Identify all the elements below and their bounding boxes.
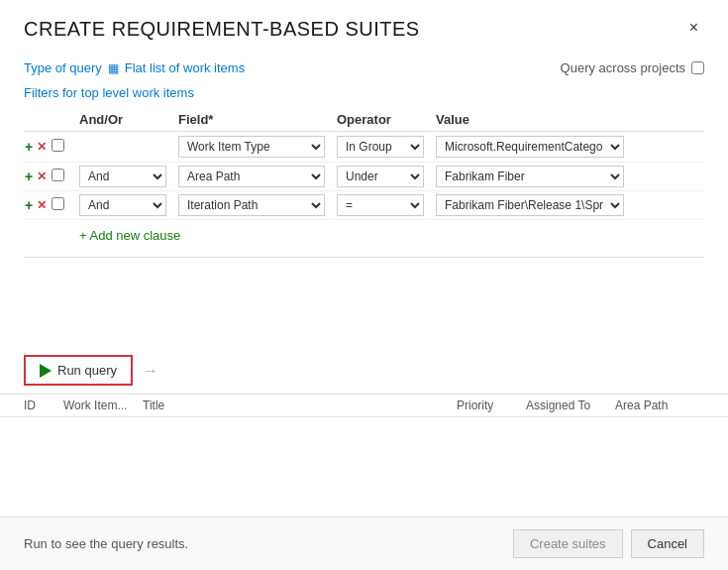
header-andor: And/Or [79,112,178,127]
results-header: ID Work Item... Title Priority Assigned … [0,394,728,417]
query-type-value[interactable]: Flat list of work items [125,60,245,75]
row2-value-cell: Fabrikam Fiber [436,166,634,187]
dialog-footer: Run to see the query results. Create sui… [0,516,728,570]
add-row-button[interactable]: + [24,170,34,183]
run-query-button[interactable]: Run query [24,355,133,386]
row1-operator-select[interactable]: In Group [337,136,424,158]
row-actions: + ✕ [24,140,52,154]
row1-value-cell: Microsoft.RequirementCategory [436,136,634,158]
row1-andor-empty [79,135,178,159]
add-row-button[interactable]: + [24,140,34,154]
row-checkbox[interactable] [52,169,64,181]
row-checkbox-cell [52,169,79,184]
add-clause-button[interactable]: + Add new clause [24,220,704,243]
col-title: Title [143,399,457,412]
table-header: And/Or Field* Operator Value [24,108,704,132]
footer-message: Run to see the query results. [24,536,188,551]
play-icon [40,364,52,378]
row3-andor-select[interactable]: And Or [79,194,166,216]
delete-row-button[interactable]: ✕ [36,199,48,211]
row2-field-select[interactable]: Area Path [178,166,325,187]
row3-field-cell: Iteration Path [178,194,337,216]
row2-operator-cell: Under [337,166,436,187]
query-across-projects: Query across projects [561,60,704,75]
table-icon: ▦ [108,61,119,75]
create-suites-dialog: CREATE REQUIREMENT-BASED SUITES × Type o… [0,0,728,570]
divider [24,257,704,258]
row3-value-cell: Fabrikam Fiber\Release 1\Sprint 1 [436,194,634,216]
row2-andor-select[interactable]: And Or [79,166,166,187]
create-suites-button[interactable]: Create suites [513,529,623,558]
row1-field-select[interactable]: Work Item Type [178,136,325,158]
col-workitem: Work Item... [63,399,143,412]
table-row: + ✕ And Or Iteration Path [24,191,704,220]
run-query-section: Run query → [0,347,728,394]
table-row: + ✕ Work Item Type In Group [24,132,704,163]
row-actions: + ✕ [24,170,52,183]
row3-field-select[interactable]: Iteration Path [178,194,325,216]
run-query-label: Run query [57,363,117,378]
add-row-button[interactable]: + [24,198,34,212]
row-checkbox[interactable] [52,197,64,210]
col-id: ID [24,399,63,412]
query-type-left: Type of query ▦ Flat list of work items [24,60,245,75]
row1-field-cell: Work Item Type [178,136,337,158]
query-type-row: Type of query ▦ Flat list of work items … [24,53,704,75]
row3-andor-cell: And Or [79,194,178,216]
row1-value-select[interactable]: Microsoft.RequirementCategory [436,136,624,158]
row2-andor-cell: And Or [79,166,178,187]
row3-operator-cell: = [337,194,436,216]
col-assignedto: Assigned To [526,399,615,412]
arrow-icon: → [143,362,158,380]
query-type-label: Type of query [24,60,102,75]
row2-field-cell: Area Path [178,166,337,187]
add-clause-label: + Add new clause [79,228,180,243]
row-checkbox-cell [52,139,79,155]
col-areapath: Area Path [615,399,704,412]
dialog-header: CREATE REQUIREMENT-BASED SUITES × [0,0,728,53]
dialog-body: Type of query ▦ Flat list of work items … [0,53,728,347]
header-value: Value [436,112,634,127]
row-actions: + ✕ [24,198,52,212]
header-field: Field* [178,112,337,127]
filters-label[interactable]: Filters for top level work items [24,85,704,100]
row2-value-select[interactable]: Fabrikam Fiber [436,166,624,187]
row-checkbox[interactable] [52,139,64,152]
dialog-title: CREATE REQUIREMENT-BASED SUITES [24,18,420,41]
table-row: + ✕ And Or Area Path [24,163,704,191]
header-operator: Operator [337,112,436,127]
footer-actions: Create suites Cancel [513,529,704,558]
row3-value-select[interactable]: Fabrikam Fiber\Release 1\Sprint 1 [436,194,624,216]
delete-row-button[interactable]: ✕ [36,171,48,182]
results-area [0,417,728,516]
row3-operator-select[interactable]: = [337,194,424,216]
col-priority: Priority [457,399,526,412]
delete-row-button[interactable]: ✕ [36,141,48,153]
filters-table: And/Or Field* Operator Value + ✕ Work It… [24,108,704,220]
query-across-label: Query across projects [561,60,685,75]
row1-operator-cell: In Group [337,136,436,158]
close-button[interactable]: × [683,18,704,38]
cancel-button[interactable]: Cancel [631,529,704,558]
query-across-checkbox[interactable] [691,61,704,74]
row2-operator-select[interactable]: Under [337,166,424,187]
row-checkbox-cell [52,197,79,213]
